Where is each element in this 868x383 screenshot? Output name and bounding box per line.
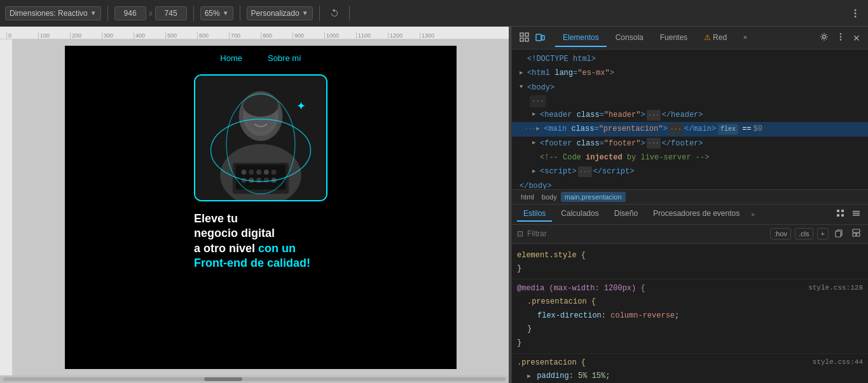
dom-footer-tag: <footer class="footer"> [540, 137, 645, 150]
styles-list-icon-btn[interactable] [850, 208, 863, 220]
dom-footer-ellipsis[interactable]: ··· [647, 138, 661, 149]
height-input[interactable] [155, 6, 187, 20]
styles-tabs: Estilos Calculados Diseño Procesadores d… [512, 205, 868, 225]
custom-dropdown[interactable]: Personalizado ▼ [247, 6, 313, 20]
dom-html-arrow[interactable]: ▶ [520, 69, 527, 78]
dom-line-footer[interactable]: ▶ <footer class="footer"> ··· </footer> [512, 137, 868, 151]
svg-rect-25 [520, 38, 523, 41]
css-presentacion-selector: .presentacion { [517, 358, 586, 367]
dom-line-html[interactable]: ▶ <html lang="es-mx"> [512, 66, 868, 80]
breadcrumb-main[interactable]: main.presentacion [561, 192, 626, 202]
settings-icon-btn[interactable] [817, 31, 831, 44]
zoom-dropdown[interactable]: 65% ▼ [200, 6, 233, 20]
dom-main-arrow[interactable]: ▶ [536, 124, 544, 134]
tab-more-chevron[interactable]: » [736, 30, 755, 46]
svg-rect-10 [236, 165, 286, 189]
css-inner-close: } [527, 325, 532, 333]
dom-line-body[interactable]: ▼ <body> [512, 81, 868, 95]
kebab-menu-btn[interactable] [834, 31, 848, 44]
add-style-btn[interactable]: + [817, 228, 829, 239]
inspect-icon-btn[interactable] [517, 31, 532, 45]
headline-line3: a otro nivel [194, 242, 255, 255]
cls-button[interactable]: .cls [795, 228, 813, 239]
dom-main-ellipsis[interactable]: ··· [669, 124, 683, 135]
dom-line-body-close[interactable]: </body> [512, 179, 868, 189]
nav-about[interactable]: Sobre mí [268, 53, 301, 63]
tab-procesadores[interactable]: Procesadores de eventos [647, 206, 746, 222]
close-devtools-btn[interactable]: ✕ [850, 31, 863, 44]
css-source-presentacion[interactable]: style.css:44 [813, 356, 863, 369]
tab-elementos[interactable]: Elementos [555, 29, 607, 47]
tab-diseno[interactable]: Diseño [608, 206, 644, 222]
devtools-dom[interactable]: <!DOCTYPE html> ▶ <html lang="es-mx"> ▼ … [512, 50, 868, 189]
css-prop-padding-line: ▶ padding: 5% 15%; [527, 370, 863, 383]
dom-line-dots[interactable]: ··· [512, 95, 868, 108]
devtools-icon-group: ✕ [817, 31, 863, 44]
breadcrumb-body[interactable]: body [538, 192, 561, 202]
tab-red[interactable]: ⚠ Red [696, 29, 734, 47]
horizontal-ruler: 0 100 200 300 400 500 600 700 800 900 10… [0, 27, 509, 39]
svg-rect-45 [857, 233, 860, 236]
dom-doctype: <!DOCTYPE html> [527, 53, 596, 65]
dom-footer-close: </footer> [662, 137, 703, 150]
devtools-css[interactable]: element.style { } @media (max-width: 120… [512, 244, 868, 384]
more-options-btn[interactable] [848, 7, 863, 20]
ruler-tick: 400 [134, 32, 165, 39]
width-input[interactable] [114, 6, 146, 20]
tab-estilos[interactable]: Estilos [517, 206, 552, 222]
dom-line-doctype[interactable]: <!DOCTYPE html> [512, 52, 868, 66]
tab-consola[interactable]: Consola [608, 29, 651, 47]
styles-grid-icon-btn[interactable] [834, 208, 847, 220]
dimensions-dropdown[interactable]: Dimensiones: Reactivo ▼ [5, 6, 101, 20]
dom-script-close: </script> [593, 165, 635, 178]
breadcrumb-html[interactable]: html [517, 192, 538, 202]
dom-body-arrow[interactable]: ▼ [520, 83, 527, 92]
dom-script-arrow[interactable]: ▶ [532, 167, 540, 177]
device-frame: Home Sobre mí [65, 46, 457, 369]
dom-ellipsis-btn[interactable]: ··· [530, 95, 546, 107]
svg-point-0 [855, 9, 857, 11]
dom-line-main[interactable]: ··· ▶ <main class="presentacion"> ··· </… [512, 122, 868, 136]
dom-line-comment[interactable]: <!-- Code injected by live-server --> [512, 151, 868, 165]
svg-rect-28 [536, 34, 541, 41]
scrollbar-track[interactable] [3, 377, 506, 381]
svg-point-15 [272, 170, 277, 175]
dom-header-ellipsis[interactable]: ··· [647, 110, 661, 121]
dom-line-header[interactable]: ▶ <header class="header"> ··· </header> [512, 108, 868, 122]
dom-header-arrow[interactable]: ▶ [532, 110, 540, 119]
layout-icon-btn[interactable] [850, 227, 863, 240]
toolbar: Dimensiones: Reactivo ▼ x 65% ▼ Personal… [0, 0, 868, 27]
svg-point-32 [840, 36, 842, 38]
css-padding-arrow[interactable]: ▶ [527, 373, 531, 380]
dom-main-close: </main> [684, 123, 716, 135]
separator-5 [349, 6, 350, 21]
vertical-ruler [0, 39, 13, 375]
svg-rect-27 [525, 38, 528, 41]
dom-script-ellipsis[interactable]: ··· [578, 166, 592, 177]
dom-line-script[interactable]: ▶ <script> ··· </script> [512, 165, 868, 178]
headline-text: Eleve tu negocio digital a otro nivel co… [194, 212, 327, 271]
rotate-icon-btn[interactable] [326, 6, 343, 20]
copy-icon-btn[interactable] [832, 228, 846, 240]
css-prop-flex-direction: flex-direction [537, 311, 602, 320]
zoom-label: 65% [205, 9, 220, 18]
svg-rect-37 [841, 214, 844, 217]
css-at-rule: @media (max-width: 1200px) { [517, 284, 645, 293]
preview-viewport[interactable]: Home Sobre mí [13, 39, 509, 375]
filter-input[interactable] [527, 229, 766, 238]
device-icon-btn[interactable] [533, 31, 548, 45]
nav-home[interactable]: Home [220, 53, 242, 63]
website-nav: Home Sobre mí [65, 46, 457, 68]
scrollbar-thumb[interactable] [204, 377, 242, 381]
ruler-tick: 1100 [356, 32, 388, 39]
tab-styles-more[interactable]: » [751, 211, 755, 218]
ruler-tick: 300 [102, 32, 134, 39]
preview-scrollbar[interactable] [0, 375, 509, 383]
tab-calculados[interactable]: Calculados [555, 206, 605, 222]
website-body: ✦ Eleve tu negocio digital [65, 68, 457, 284]
dom-footer-arrow[interactable]: ▶ [532, 138, 540, 148]
custom-label: Personalizado [251, 9, 300, 18]
hov-button[interactable]: :hov [770, 228, 791, 239]
tab-fuentes[interactable]: Fuentes [652, 29, 695, 47]
css-source-media[interactable]: style.css:128 [808, 282, 863, 295]
